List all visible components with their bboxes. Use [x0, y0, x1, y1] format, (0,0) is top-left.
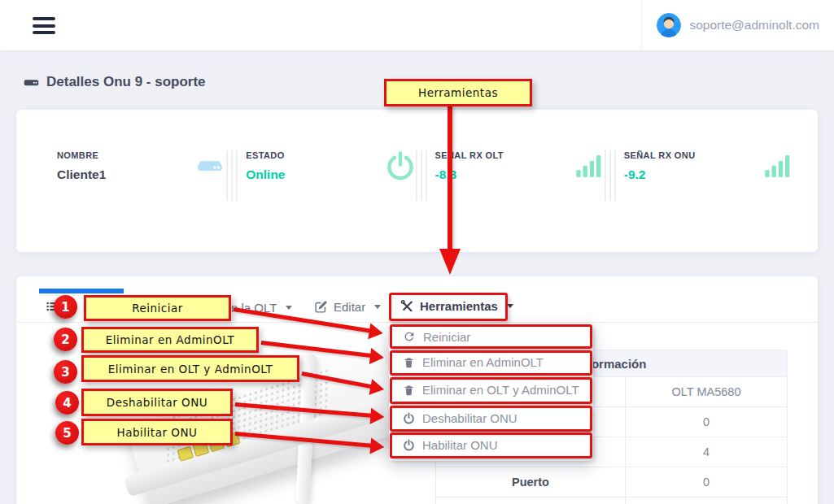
annotation-box-tools-button [389, 293, 508, 321]
user-menu[interactable]: soporte@adminolt.com [641, 0, 819, 50]
user-avatar [657, 13, 681, 37]
callout-deshabilitar: Deshabilitar ONU [81, 389, 233, 416]
step-badge-5: 5 [55, 421, 79, 445]
divider [416, 150, 427, 201]
signal-icon [762, 150, 793, 180]
edit-icon [314, 300, 328, 314]
signal-icon [574, 150, 605, 180]
stat-senal-rx-olt: SEÑAL RX OLT -8.8 [435, 150, 605, 182]
active-tab-indicator [39, 289, 124, 293]
annotation-box-eliminar-olt-adminolt [390, 377, 592, 404]
onu-summary-card: NOMBRE Cliente1 ESTADO Online SEÑAL RX O… [16, 110, 818, 252]
stat-nombre: NOMBRE Cliente1 [57, 150, 226, 183]
arrow-down [448, 106, 452, 250]
table-row [436, 497, 787, 504]
step-badge-1: 1 [54, 295, 77, 319]
page-title: Detalles Onu 9 - soporte [23, 73, 206, 90]
chevron-down-icon [286, 306, 292, 310]
step-badge-4: 4 [55, 391, 79, 415]
divider [226, 150, 238, 201]
step-badge-2: 2 [54, 328, 77, 351]
divider [605, 150, 616, 201]
power-icon [385, 150, 416, 181]
annotation-box-deshabilitar [390, 406, 592, 432]
annotation-box-reiniciar [390, 324, 592, 349]
callout-eliminar-olt-adminolt: Eliminar en OLT y AdminOLT [81, 355, 299, 382]
arrow-down-head [439, 249, 461, 275]
chevron-down-icon [507, 304, 513, 308]
callout-reiniciar: Reiniciar [84, 295, 231, 321]
edit-menu-button[interactable]: Editar [314, 300, 381, 314]
adminolt-onu-details-screen: soporte@adminolt.com Detalles Onu 9 - so… [0, 0, 834, 504]
stat-nombre-value: Cliente1 [57, 167, 106, 182]
stat-estado: ESTADO Online [246, 150, 415, 182]
step-badge-3: 3 [54, 360, 77, 384]
modem-icon [23, 73, 40, 90]
modem-icon [194, 150, 226, 183]
stat-estado-value: Online [246, 167, 285, 182]
callout-herramientas: Herramientas [384, 79, 532, 106]
annotation-box-eliminar-adminolt [390, 350, 592, 376]
callout-eliminar-adminolt: Eliminar en AdminOLT [81, 327, 259, 353]
stat-senal-rx-onu: SEÑAL RX ONU -9.2 [624, 150, 793, 182]
hamburger-menu-icon[interactable] [33, 17, 55, 34]
table-row: Puerto 0 [436, 467, 787, 497]
toolbar-divider [16, 322, 818, 323]
user-email: soporte@adminolt.com [689, 18, 819, 33]
callout-habilitar: Habilitar ONU [81, 419, 233, 445]
stat-rx-olt-value: -8.8 [435, 167, 504, 182]
stat-rx-onu-value: -9.2 [624, 167, 696, 182]
top-navbar: soporte@adminolt.com [0, 0, 834, 50]
annotation-box-habilitar [390, 432, 592, 458]
chevron-down-icon [374, 305, 381, 309]
